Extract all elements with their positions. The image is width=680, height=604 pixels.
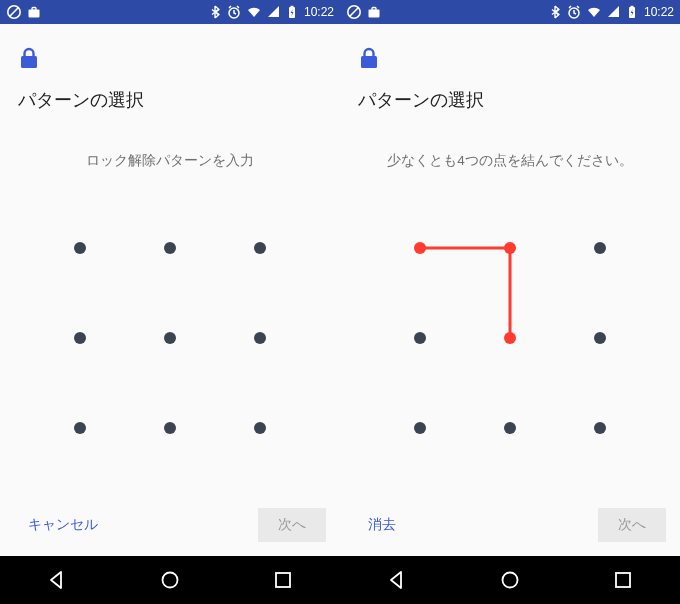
cancel-button[interactable]: キャンセル [14, 508, 112, 542]
status-bar: 10:22 [340, 0, 680, 24]
bluetooth-icon [548, 4, 562, 20]
pattern-dot[interactable] [594, 422, 606, 434]
next-button[interactable]: 次へ [258, 508, 326, 542]
status-time: 10:22 [304, 5, 334, 19]
wifi-icon [246, 4, 262, 20]
pattern-dot[interactable] [164, 242, 176, 254]
screen-right: 10:22 パターンの選択 少なくとも4つの点を結んでください。 消去 次へ [340, 0, 680, 604]
pattern-grid[interactable] [44, 212, 296, 464]
nav-recent-icon[interactable] [271, 568, 295, 592]
status-time: 10:22 [644, 5, 674, 19]
pattern-dot[interactable] [594, 332, 606, 344]
pattern-dot[interactable] [254, 332, 266, 344]
pattern-dot[interactable] [254, 422, 266, 434]
pattern-dot[interactable] [504, 242, 516, 254]
nav-back-icon[interactable] [385, 568, 409, 592]
nav-recent-icon[interactable] [611, 568, 635, 592]
nav-back-icon[interactable] [45, 568, 69, 592]
battery-icon [284, 4, 298, 20]
next-button[interactable]: 次へ [598, 508, 666, 542]
briefcase-icon [366, 4, 382, 20]
lock-icon [18, 46, 322, 74]
alarm-icon [566, 4, 582, 20]
pattern-dot[interactable] [74, 242, 86, 254]
wifi-icon [586, 4, 602, 20]
bluetooth-icon [208, 4, 222, 20]
instruction-text: 少なくとも4つの点を結んでください。 [358, 152, 662, 170]
briefcase-icon [26, 4, 42, 20]
pattern-dot[interactable] [414, 332, 426, 344]
button-row: キャンセル 次へ [0, 498, 340, 556]
pattern-dot[interactable] [164, 332, 176, 344]
pattern-dot[interactable] [594, 242, 606, 254]
button-row: 消去 次へ [340, 498, 680, 556]
page-title: パターンの選択 [18, 88, 322, 112]
pattern-dot[interactable] [74, 422, 86, 434]
pattern-dot[interactable] [504, 332, 516, 344]
signal-icon [266, 4, 280, 20]
pattern-dot[interactable] [254, 242, 266, 254]
pattern-dot[interactable] [414, 422, 426, 434]
pattern-dot[interactable] [504, 422, 516, 434]
nav-bar [0, 556, 340, 604]
lock-icon [358, 46, 662, 74]
pattern-grid[interactable] [384, 212, 636, 464]
alarm-icon [226, 4, 242, 20]
nav-home-icon[interactable] [158, 568, 182, 592]
battery-icon [624, 4, 638, 20]
pattern-dot[interactable] [414, 242, 426, 254]
screen-left: 10:22 パターンの選択 ロック解除パターンを入力 キャンセル 次へ [0, 0, 340, 604]
no-disturb-icon [346, 4, 362, 20]
no-disturb-icon [6, 4, 22, 20]
clear-button[interactable]: 消去 [354, 508, 410, 542]
signal-icon [606, 4, 620, 20]
pattern-dot[interactable] [74, 332, 86, 344]
nav-home-icon[interactable] [498, 568, 522, 592]
nav-bar [340, 556, 680, 604]
page-title: パターンの選択 [358, 88, 662, 112]
instruction-text: ロック解除パターンを入力 [18, 152, 322, 170]
pattern-dot[interactable] [164, 422, 176, 434]
status-bar: 10:22 [0, 0, 340, 24]
